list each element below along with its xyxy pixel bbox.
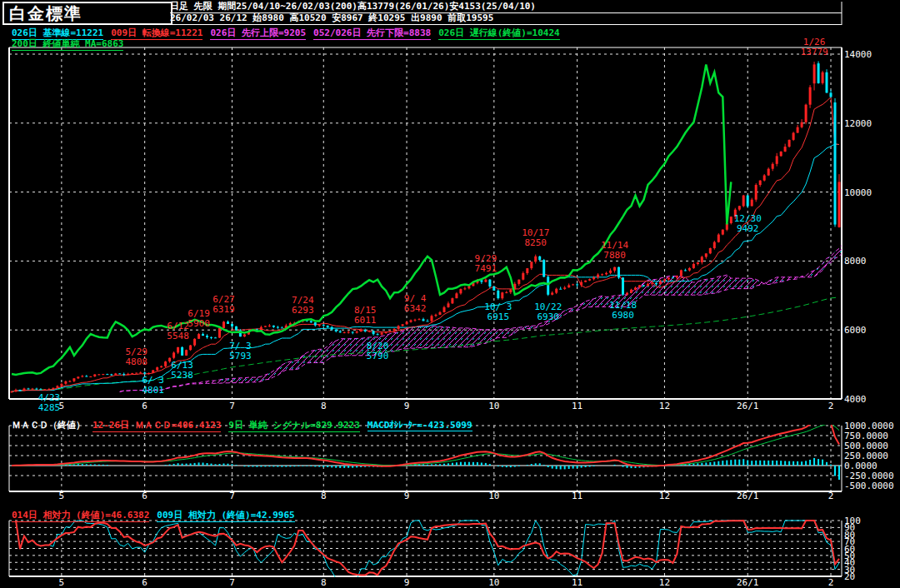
annotation-value: 7491: [475, 263, 498, 274]
legend-item: 026日 先行上限=9205: [210, 27, 306, 40]
month-axis-label: 11: [572, 401, 582, 411]
price-axis-label: 10000: [844, 187, 872, 198]
annotation-value: 13779: [801, 47, 828, 57]
legend-item: 014日 相対力 (終値)=46.6382: [12, 509, 149, 522]
macd-axis-label: -500.0000: [844, 481, 894, 491]
rsi-panel: [16, 521, 839, 587]
main-price-panel: [11, 62, 900, 393]
month-axis-label: 11: [572, 491, 582, 501]
ohlc-info-line: 26/02/03 26/12 始8980 高10520 安8967 終10295…: [170, 13, 842, 25]
platinum-chart-app: { "window": { "title": "白金標準" }, "header…: [0, 0, 900, 588]
month-axis-label: 7: [229, 491, 235, 501]
annotation-value: 5900: [188, 318, 210, 329]
legend-item: 12-26日 ＭＡＣＤ=406.4123: [92, 419, 221, 432]
month-axis-label: 9: [404, 401, 410, 411]
legend-item: 200日 終値単純 MA=6863: [12, 37, 123, 51]
price-axis-label: 12000: [844, 118, 872, 129]
annotation-value: 6342: [404, 303, 427, 314]
instrument-title: 白金標準: [2, 2, 172, 25]
month-axis-label: 10: [488, 577, 499, 588]
period-info-line: 日足 先限 期間25/04/10~26/02/03(200)高13779(26/…: [170, 2, 842, 13]
month-axis-label: 8: [321, 401, 327, 411]
rsi-legend: 014日 相対力 (終値)=46.6382009日 相対力 (終値)=42.99…: [12, 509, 302, 522]
legend-item: 009日 相対力 (終値)=42.9965: [157, 509, 294, 522]
month-axis-label: 9: [404, 577, 410, 588]
annotation-value: 6980: [612, 310, 634, 321]
month-axis-label: 7: [229, 401, 235, 411]
legend-item: 9日 単純 シグナル=829.9223: [228, 419, 360, 432]
month-axis-label: 5: [59, 577, 65, 588]
month-axis-label: 10: [488, 401, 499, 411]
price-axis-label: 4000: [844, 394, 867, 405]
annotation-value: 6915: [488, 311, 510, 322]
annotation-value: 4285: [38, 402, 61, 413]
ma-legend: 200日 終値単純 MA=6863: [12, 37, 131, 51]
legend-item: MACDｵｼﾚｰﾀｰ=-423.5099: [368, 420, 472, 431]
legend-item: 026日 遅行線(終値)=10424: [438, 27, 559, 40]
quote-info-block: 日足 先限 期間25/04/10~26/02/03(200)高13779(26/…: [170, 2, 842, 25]
annotation-value: 7880: [603, 250, 626, 261]
macd-legend: ＭＡＣＤ（終値）12-26日 ＭＡＣＤ=406.41239日 単純 シグナル=8…: [12, 419, 480, 432]
price-axis-label: 6000: [844, 325, 867, 336]
annotation-value: 9492: [737, 223, 759, 234]
chart-canvas[interactable]: 4/2342855/2948086/ 348016/1255486/135238…: [0, 0, 900, 588]
month-axis-label: 11: [572, 577, 582, 588]
annotation-value: 5548: [167, 331, 189, 341]
rsi14-line: [16, 521, 839, 576]
month-axis-label: 26/1: [737, 401, 759, 411]
annotation-value: 5790: [367, 351, 389, 361]
month-axis-label: 5: [59, 401, 65, 411]
annotation-value: 5793: [229, 351, 252, 361]
rsi-axis-label: 20: [844, 571, 855, 582]
month-axis-label: 7: [229, 577, 235, 588]
legend-item: 052/026日 先行下限=8838: [313, 27, 431, 40]
annotation-value: 4801: [142, 385, 164, 396]
swing-annotations: 4/2342855/2948086/ 348016/1255486/135238…: [38, 37, 828, 413]
annotation-value: 6293: [292, 305, 314, 316]
month-axis-label: 8: [321, 577, 327, 588]
month-axis-label: 12: [659, 401, 670, 411]
month-axis-label: 8: [321, 491, 327, 501]
price-axis-label: 14000: [844, 49, 872, 60]
annotation-value: 4808: [125, 356, 148, 367]
month-axis-label: 12: [659, 491, 670, 501]
month-axis-label: 2: [828, 491, 834, 501]
month-axis-label: 9: [404, 491, 410, 501]
legend-item: ＭＡＣＤ（終値）: [12, 419, 85, 431]
annotation-value: 6930: [537, 311, 559, 322]
month-axis-label: 10: [488, 491, 499, 501]
annotation-value: 8250: [524, 237, 547, 248]
annotation-value: 5238: [171, 370, 193, 381]
month-axis-label: 2: [828, 577, 834, 588]
month-axis-label: 12: [659, 577, 670, 588]
month-axis-label: 6: [142, 401, 148, 411]
annotation-value: 6011: [354, 315, 377, 326]
rsi9-line: [16, 521, 839, 587]
month-axis-label: 26/1: [737, 577, 759, 588]
axis-labels: 1400012000100008000600040001000.0000750.…: [59, 49, 894, 588]
month-axis-label: 2: [828, 401, 834, 411]
annotation-value: 6319: [212, 304, 235, 315]
month-axis-label: 5: [59, 491, 65, 501]
price-axis-label: 8000: [844, 256, 867, 267]
month-axis-label: 6: [142, 577, 148, 588]
month-axis-label: 6: [142, 491, 148, 501]
month-axis-label: 26/1: [737, 491, 759, 501]
